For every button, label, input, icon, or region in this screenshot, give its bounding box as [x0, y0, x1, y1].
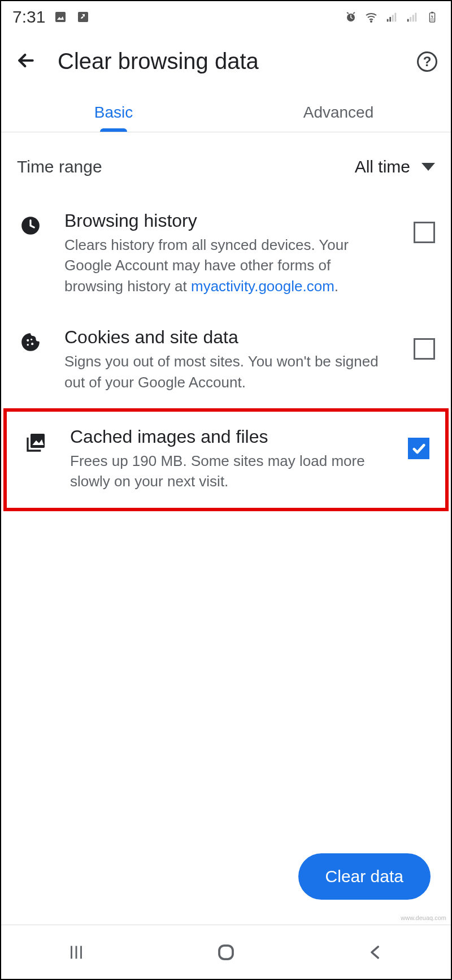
svg-rect-0: [55, 12, 66, 22]
history-icon: [17, 215, 44, 236]
svg-point-19: [27, 344, 29, 346]
recents-button[interactable]: [65, 941, 88, 964]
svg-point-18: [31, 343, 33, 345]
data-type-list: Browsing history Clears history from all…: [1, 196, 451, 511]
svg-rect-14: [431, 12, 433, 14]
back-button[interactable]: [15, 49, 37, 74]
item-cached-images[interactable]: Cached images and files Frees up 190 MB.…: [3, 408, 449, 511]
back-nav-button[interactable]: [364, 941, 387, 964]
svg-rect-9: [407, 19, 409, 22]
help-icon[interactable]: ?: [417, 51, 437, 72]
time-range-label: Time range: [17, 157, 102, 176]
svg-point-20: [31, 339, 32, 340]
app-bar: Clear browsing data ?: [1, 33, 451, 91]
item-title: Cookies and site data: [64, 327, 393, 348]
time-range-row[interactable]: Time range All time: [1, 132, 451, 196]
home-button[interactable]: [215, 941, 237, 964]
item-title: Browsing history: [64, 210, 393, 231]
cookie-icon: [17, 331, 44, 353]
svg-rect-12: [415, 13, 417, 22]
time-range-value: All time: [355, 157, 410, 176]
alarm-icon: [344, 10, 358, 24]
system-nav-bar: [1, 925, 451, 979]
svg-rect-15: [430, 18, 434, 21]
svg-rect-11: [412, 15, 414, 21]
signal2-icon: [405, 10, 419, 24]
tabs: Basic Advanced: [1, 91, 451, 132]
item-title: Cached images and files: [70, 426, 388, 447]
item-desc: Frees up 190 MB. Some sites may load mor…: [70, 451, 388, 492]
signal-icon: [384, 10, 399, 24]
phone-icon: [76, 10, 90, 24]
chevron-down-icon: [421, 163, 435, 171]
item-desc: Clears history from all synced devices. …: [64, 235, 393, 296]
wifi-icon: [364, 10, 379, 24]
tab-basic[interactable]: Basic: [1, 91, 226, 132]
clear-data-button[interactable]: Clear data: [298, 853, 431, 900]
status-bar: 7:31: [1, 1, 451, 33]
svg-rect-5: [387, 19, 389, 22]
watermark: www.deuaq.com: [401, 914, 446, 921]
tab-advanced[interactable]: Advanced: [226, 91, 451, 132]
svg-rect-26: [219, 946, 233, 959]
item-cookies[interactable]: Cookies and site data Signs you out of m…: [1, 312, 451, 408]
page-title: Clear browsing data: [58, 49, 397, 74]
image-stack-icon: [23, 431, 50, 454]
svg-point-4: [371, 21, 372, 22]
checkbox-cached[interactable]: [408, 438, 429, 459]
image-icon: [53, 10, 68, 24]
battery-icon: [425, 10, 440, 24]
svg-rect-7: [392, 15, 394, 21]
item-desc: Signs you out of most sites. You won't b…: [64, 351, 393, 392]
svg-rect-8: [395, 13, 397, 22]
svg-point-17: [27, 339, 29, 342]
status-time: 7:31: [12, 7, 45, 27]
myactivity-link[interactable]: myactivity.google.com: [191, 278, 334, 295]
svg-rect-10: [410, 17, 411, 21]
checkbox-cookies[interactable]: [414, 338, 435, 360]
svg-rect-6: [389, 17, 391, 21]
checkbox-browsing-history[interactable]: [414, 222, 435, 243]
svg-rect-21: [31, 434, 45, 448]
item-browsing-history[interactable]: Browsing history Clears history from all…: [1, 196, 451, 312]
